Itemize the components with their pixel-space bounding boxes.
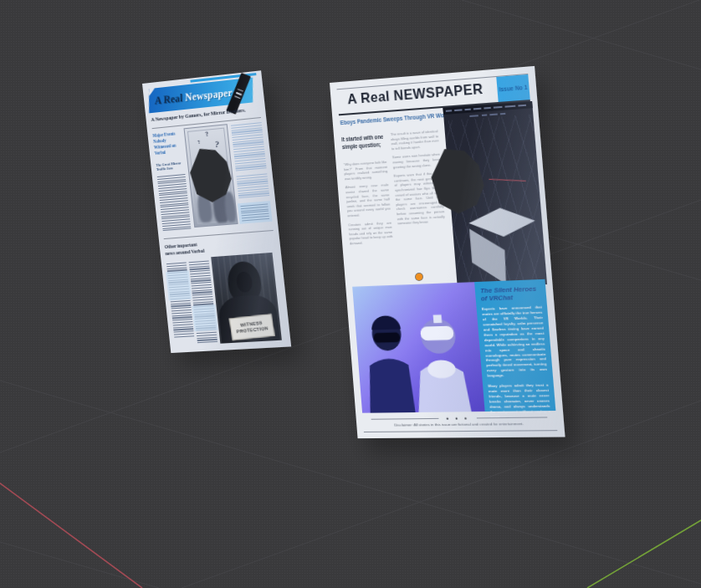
story1-text-column	[157, 174, 192, 232]
story1-subhead: The Great Mirror Traffic Jam	[156, 161, 185, 172]
question-mark: ?	[215, 140, 220, 150]
story2-headline: Other important news around Verbal	[164, 240, 206, 257]
3d-viewport[interactable]: A Real Newspaper A Newspaper by Gamers, …	[0, 0, 701, 588]
x-axis-line	[0, 480, 142, 588]
vr-headset	[420, 326, 454, 341]
story1-right-column	[231, 122, 267, 171]
paragraph: Creators admit they are running out of u…	[348, 220, 393, 246]
feature-heading: The Silent Heroes of VRChat	[480, 285, 541, 302]
paragraph: The result is a wave of identical eboys …	[390, 129, 439, 151]
footer-dots: ● ● ●	[356, 414, 564, 422]
headset-strap	[433, 314, 443, 323]
paragraph: Some users now hesitate when waving beca…	[392, 152, 441, 170]
object-origin-dot[interactable]	[416, 274, 422, 280]
vr-photo-art	[352, 282, 484, 413]
grid-line	[0, 381, 701, 584]
witness-protection-sign: WITNESS PROTECTION	[229, 314, 275, 340]
left-figure-body	[366, 358, 416, 412]
vr-photo	[352, 282, 484, 413]
paragraph: "Why does everyone bob like him?" From t…	[343, 160, 387, 182]
left-figure-visor	[374, 332, 401, 343]
story1-right-column	[237, 173, 270, 200]
story1-headline: Major Events Nobody Witnessed on Verbal	[152, 130, 182, 156]
highlight-box	[238, 201, 273, 224]
highlight-box	[192, 304, 217, 331]
grid-line	[462, 0, 701, 69]
paragraph: Almost every new male avatar shared the …	[345, 183, 391, 218]
lead-kicker: It started with one simple question;	[341, 132, 391, 151]
feature-panel: The Silent Heroes of VRChat Experts have…	[474, 279, 555, 412]
feature-paragraph: Experts have announced that mutes are of…	[482, 305, 548, 379]
paper-title: A Real Newspaper	[155, 85, 233, 107]
grid-line	[0, 542, 159, 588]
newspaper-right[interactable]: A Real NEWSPAPER Issue No 1 Eboys Pandem…	[330, 66, 565, 438]
issue-badge: Issue No 1	[496, 74, 530, 103]
witness-photo: WITNESS PROTECTION	[211, 253, 282, 344]
divider	[164, 230, 274, 239]
divider	[364, 430, 557, 432]
footer-disclaimer: Disclaimer: All stories in this issue ar…	[356, 422, 564, 428]
y-axis-line	[587, 520, 701, 588]
highlight-text	[240, 203, 269, 221]
highlight-box	[166, 270, 192, 300]
lead-column-1: "Why does everyone bob like him?" From t…	[343, 160, 393, 250]
